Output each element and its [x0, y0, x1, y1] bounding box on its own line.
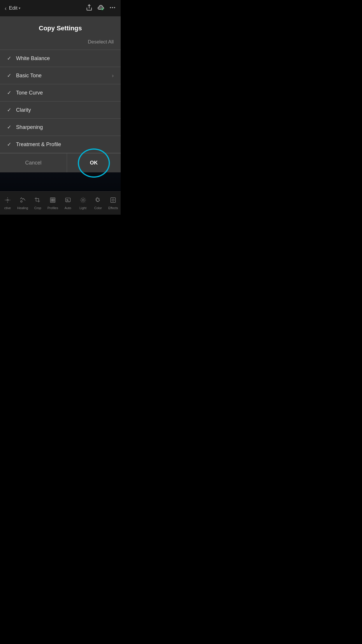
- ok-button[interactable]: OK: [67, 153, 121, 172]
- nav-label-light: Light: [80, 206, 87, 210]
- healing-icon: [20, 197, 26, 205]
- active-icon: [4, 197, 11, 205]
- checkmark-icon: ✓: [7, 90, 11, 96]
- settings-item-tone-curve[interactable]: ✓ Tone Curve: [0, 84, 121, 102]
- checkmark-icon: ✓: [7, 141, 11, 148]
- nav-item-effects[interactable]: Effects: [106, 197, 121, 210]
- nav-label-active: ctive: [4, 206, 11, 210]
- nav-item-color[interactable]: Color: [91, 197, 106, 210]
- checkmark-icon: ✓: [7, 107, 11, 113]
- svg-point-13: [82, 199, 84, 201]
- svg-rect-9: [53, 199, 55, 200]
- settings-item-white-balance[interactable]: ✓ White Balance: [0, 50, 121, 67]
- edit-label: Edit: [9, 5, 17, 11]
- settings-item-left: ✓ Basic Tone: [7, 72, 42, 79]
- deselect-all-button[interactable]: Deselect All: [88, 39, 114, 45]
- edit-dropdown[interactable]: Edit ▾: [9, 5, 20, 11]
- nav-item-healing[interactable]: Healing: [15, 197, 30, 210]
- nav-label-crop: Crop: [34, 206, 41, 210]
- svg-rect-8: [51, 199, 53, 200]
- nav-label-healing: Healing: [17, 206, 28, 210]
- top-bar-left: ‹ Edit ▾: [5, 5, 20, 12]
- settings-label-sharpening: Sharpening: [16, 124, 43, 130]
- settings-item-left: ✓ Clarity: [7, 107, 31, 113]
- settings-item-left: ✓ Treatment & Profile: [7, 141, 61, 148]
- settings-item-left: ✓ Tone Curve: [7, 90, 43, 96]
- light-icon: [80, 197, 86, 205]
- ok-button-wrapper: OK: [67, 153, 121, 172]
- cloud-check-icon[interactable]: [97, 4, 104, 13]
- nav-item-crop[interactable]: Crop: [30, 197, 45, 210]
- settings-item-sharpening[interactable]: ✓ Sharpening: [0, 119, 121, 136]
- svg-point-15: [112, 199, 114, 201]
- svg-rect-11: [53, 200, 55, 201]
- effects-icon: [110, 197, 116, 205]
- settings-item-treatment-profile[interactable]: ✓ Treatment & Profile: [0, 136, 121, 153]
- svg-rect-7: [50, 197, 55, 202]
- svg-point-4: [114, 7, 115, 8]
- deselect-all-row: Deselect All: [0, 37, 121, 50]
- color-icon: [95, 197, 101, 205]
- dialog-header: Copy Settings: [0, 16, 121, 37]
- top-bar-right: [86, 4, 116, 13]
- dialog-title: Copy Settings: [7, 24, 114, 32]
- svg-point-6: [20, 200, 22, 202]
- chevron-down-icon: ▾: [19, 6, 20, 10]
- chevron-right-icon: ›: [112, 73, 114, 79]
- settings-label-tone-curve: Tone Curve: [16, 90, 43, 96]
- svg-rect-10: [51, 200, 53, 201]
- settings-list: ✓ White Balance ✓ Basic Tone › ✓ Tone Cu…: [0, 50, 121, 153]
- svg-point-2: [110, 7, 111, 8]
- more-icon[interactable]: [109, 4, 116, 13]
- checkmark-icon: ✓: [7, 124, 11, 130]
- settings-label-basic-tone: Basic Tone: [16, 73, 42, 79]
- copy-settings-dialog: Copy Settings Deselect All ✓ White Balan…: [0, 16, 121, 172]
- checkmark-icon: ✓: [7, 55, 11, 62]
- nav-label-color: Color: [94, 206, 102, 210]
- back-button[interactable]: ‹: [5, 5, 7, 12]
- share-icon[interactable]: [86, 4, 93, 13]
- profiles-icon: [50, 197, 56, 205]
- settings-item-left: ✓ White Balance: [7, 55, 50, 62]
- auto-icon: [65, 197, 71, 205]
- settings-label-treatment-profile: Treatment & Profile: [16, 141, 61, 148]
- settings-item-left: ✓ Sharpening: [7, 124, 43, 130]
- nav-item-light[interactable]: Light: [75, 197, 91, 210]
- nav-item-profiles[interactable]: Profiles: [45, 197, 60, 210]
- nav-label-auto: Auto: [65, 206, 71, 210]
- settings-label-clarity: Clarity: [16, 107, 31, 113]
- nav-label-effects: Effects: [108, 206, 118, 210]
- dialog-footer: Cancel OK: [0, 153, 121, 172]
- nav-item-auto[interactable]: Auto: [60, 197, 75, 210]
- settings-item-clarity[interactable]: ✓ Clarity: [0, 102, 121, 119]
- nav-item-active[interactable]: ctive: [0, 197, 15, 210]
- svg-point-5: [7, 199, 8, 201]
- bottom-nav: ctive Healing Crop: [0, 191, 121, 215]
- svg-rect-14: [111, 197, 116, 202]
- nav-label-profiles: Profiles: [48, 206, 58, 210]
- top-bar: ‹ Edit ▾: [0, 0, 121, 16]
- settings-label-white-balance: White Balance: [16, 55, 50, 62]
- settings-item-basic-tone[interactable]: ✓ Basic Tone ›: [0, 67, 121, 84]
- checkmark-icon: ✓: [7, 72, 11, 79]
- crop-icon: [34, 197, 41, 205]
- cancel-button[interactable]: Cancel: [0, 153, 67, 172]
- svg-point-3: [112, 7, 113, 8]
